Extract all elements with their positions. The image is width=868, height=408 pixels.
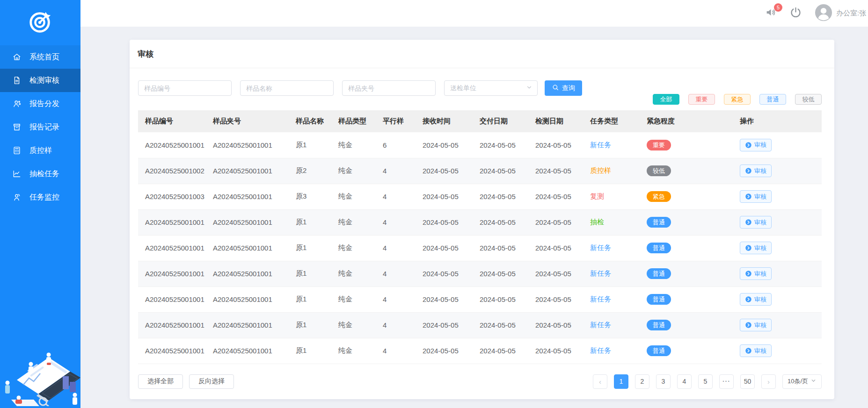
pagination-next-button[interactable]: ›: [761, 374, 776, 389]
column-header: 交付日期: [475, 110, 531, 132]
table-cell: A20240525001001: [138, 209, 208, 235]
table-cell: A20240525001001: [208, 312, 291, 338]
review-button[interactable]: 审核: [740, 165, 772, 177]
pagination: ‹12345···50›10条/页: [593, 374, 822, 389]
review-button[interactable]: 审核: [740, 267, 772, 280]
table-cell: 2024-05-05: [418, 184, 475, 209]
table-cell: 2024-05-05: [475, 158, 531, 184]
table-row: A20240525001002A20240525001001原2纯金42024-…: [138, 158, 822, 184]
table-cell: 4: [378, 184, 418, 209]
sidebar-item-report-records[interactable]: 报告记录: [0, 115, 80, 139]
table-cell: 纯金: [334, 158, 378, 184]
pagination-prev-button[interactable]: ‹: [593, 374, 607, 389]
pagination-page-button[interactable]: 5: [698, 374, 713, 389]
arrow-right-circle-icon: [745, 167, 752, 174]
review-button[interactable]: 审核: [740, 293, 772, 306]
table-cell: 原1: [291, 338, 334, 364]
priority-tab-low[interactable]: 较低: [795, 94, 822, 105]
table-cell: 4: [378, 261, 418, 286]
chevron-down-icon: [526, 84, 532, 92]
home-icon: [12, 52, 22, 62]
main-area: 5 办公室:张: [80, 0, 868, 408]
column-header: 样品编号: [138, 110, 208, 132]
table-cell: 2024-05-05: [475, 209, 531, 235]
sidebar-item-sampling-tasks[interactable]: 抽检任务: [0, 162, 80, 186]
unit-select[interactable]: 送检单位: [444, 80, 538, 96]
table-cell: 2024-05-05: [475, 235, 531, 261]
table-cell: A20240525001001: [208, 158, 291, 184]
priority-tab-urgent[interactable]: 紧急: [724, 94, 751, 105]
priority-tab-important[interactable]: 重要: [688, 94, 715, 105]
review-button[interactable]: 审核: [740, 319, 772, 331]
table-cell: 审核: [735, 209, 822, 235]
table-cell: 普通: [642, 286, 735, 312]
table-cell: A20240525001001: [138, 235, 208, 261]
invert-selection-button[interactable]: 反向选择: [189, 374, 234, 389]
review-button[interactable]: 审核: [740, 139, 772, 151]
review-button-label: 审核: [754, 193, 766, 201]
sidebar-item-system-home[interactable]: 系统首页: [0, 45, 80, 69]
table-cell: 原2: [291, 158, 334, 184]
table-cell: 新任务: [585, 312, 642, 338]
table-cell: 原1: [291, 261, 334, 286]
table-cell: 新任务: [585, 261, 642, 286]
table-row: A20240525001001A20240525001001原1纯金42024-…: [138, 286, 822, 312]
priority-tab-normal[interactable]: 普通: [759, 94, 786, 105]
pagination-page-button[interactable]: 2: [635, 374, 649, 389]
column-header: 检测日期: [531, 110, 585, 132]
user-menu[interactable]: 办公室:张: [815, 4, 868, 23]
arrow-right-circle-icon: [745, 347, 752, 354]
logout-power-button[interactable]: [789, 6, 802, 21]
pagination-page-button[interactable]: 50: [740, 374, 755, 389]
page-size-select[interactable]: 10条/页: [782, 374, 822, 389]
table-cell: 2024-05-05: [418, 261, 475, 286]
pagination-page-button[interactable]: 3: [656, 374, 671, 389]
pagination-page-button[interactable]: 4: [677, 374, 692, 389]
sidebar-item-test-review[interactable]: 检测审核: [0, 69, 80, 92]
table-cell: A20240525001001: [138, 338, 208, 364]
folder-no-input[interactable]: [342, 80, 436, 96]
task-type-label: 质控样: [590, 166, 611, 174]
table-cell: 复测: [585, 184, 642, 209]
sample-no-input[interactable]: [138, 80, 232, 96]
sample-name-input[interactable]: [240, 80, 334, 96]
document-icon: [12, 75, 22, 86]
pagination-page-button[interactable]: ···: [719, 374, 734, 389]
page-title: 审核: [130, 40, 834, 68]
task-type-label: 抽检: [590, 218, 604, 226]
table-cell: 2024-05-05: [475, 338, 531, 364]
column-header: 样品类型: [334, 110, 378, 132]
review-button[interactable]: 审核: [740, 242, 772, 254]
sidebar-item-qc-sample[interactable]: 质控样: [0, 139, 80, 162]
arrow-right-circle-icon: [745, 270, 752, 277]
table-cell: 普通: [642, 312, 735, 338]
notifications-button[interactable]: 5: [765, 7, 777, 20]
urgency-badge: 普通: [647, 320, 671, 330]
page-content: 审核 送检单位: [80, 27, 868, 408]
review-button[interactable]: 审核: [740, 216, 772, 229]
user-label: 办公室:张: [836, 9, 868, 18]
review-button[interactable]: 审核: [740, 344, 772, 357]
table-cell: A20240525001001: [208, 209, 291, 235]
task-type-label: 新任务: [590, 321, 611, 329]
table-row: A20240525001003A20240525001001原3纯金42024-…: [138, 184, 822, 209]
sidebar-item-report-dispatch[interactable]: 报告分发: [0, 92, 80, 115]
search-button[interactable]: 查询: [545, 80, 582, 96]
pagination-page-button[interactable]: 1: [614, 374, 628, 389]
table-cell: 原1: [291, 209, 334, 235]
column-header: 任务类型: [585, 110, 642, 132]
review-button[interactable]: 审核: [740, 190, 772, 203]
table-cell: A20240525001003: [138, 184, 208, 209]
table-cell: 新任务: [585, 132, 642, 158]
sidebar-item-task-monitor[interactable]: 任务监控: [0, 186, 80, 209]
table-row: A20240525001001A20240525001001原1纯金42024-…: [138, 209, 822, 235]
priority-tab-all[interactable]: 全部: [653, 94, 679, 105]
table-cell: 纯金: [334, 184, 378, 209]
column-header: 紧急程度: [642, 110, 735, 132]
select-all-button[interactable]: 选择全部: [138, 374, 183, 389]
table-cell: 普通: [642, 338, 735, 364]
table-cell: 审核: [735, 312, 822, 338]
table-cell: 重要: [642, 132, 735, 158]
sidebar-item-label: 质控样: [29, 146, 52, 156]
share-user-icon: [12, 99, 22, 109]
